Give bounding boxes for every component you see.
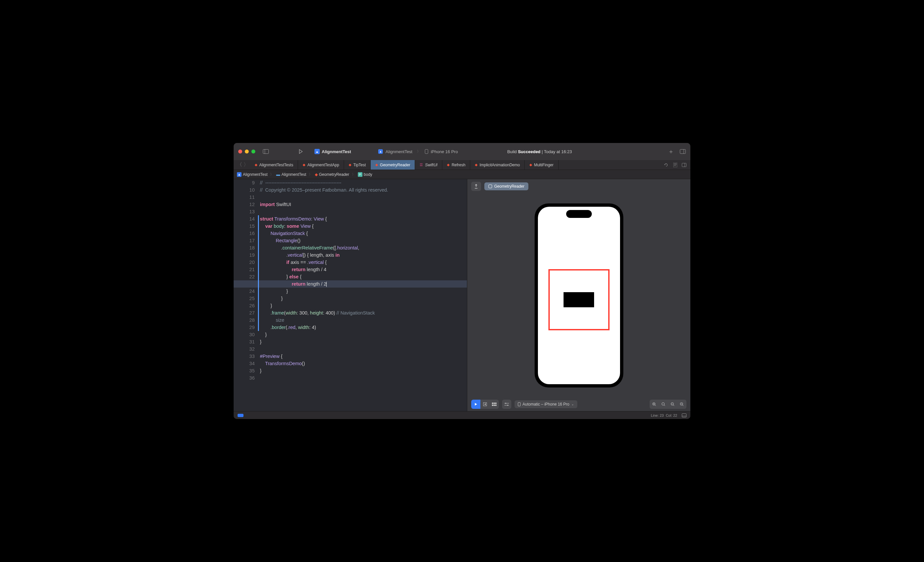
- tab-tiptest[interactable]: ◆TipTest: [344, 160, 370, 170]
- code-line[interactable]: .containerRelativeFrame([.horizontal,: [260, 244, 467, 251]
- preview-canvas[interactable]: [467, 194, 690, 397]
- code-line[interactable]: [260, 346, 467, 353]
- svg-rect-2: [425, 150, 428, 154]
- tab-refresh[interactable]: ◆Refresh: [442, 160, 470, 170]
- tab-geometryreader[interactable]: ◆GeometryReader: [370, 160, 415, 170]
- tab-alignmenttestapp[interactable]: ◆AlignmentTestApp: [298, 160, 344, 170]
- chevron-right-icon: 〉: [417, 149, 420, 154]
- maximize-button[interactable]: [251, 150, 255, 153]
- titlebar: ▲ AlignmentTest ▲ AlignmentTest 〉 iPhone…: [234, 143, 690, 160]
- code-line[interactable]: size: [260, 317, 467, 324]
- swift-icon: ◆: [255, 163, 257, 167]
- library-toggle-icon[interactable]: [680, 149, 686, 154]
- zoom-actual-button[interactable]: 1: [668, 400, 677, 409]
- device-settings-button[interactable]: [502, 400, 511, 409]
- code-editor[interactable]: 9101112131415161718192021222324252627282…: [234, 179, 467, 411]
- pin-button[interactable]: [471, 182, 481, 191]
- sidebar-toggle-icon[interactable]: [261, 148, 270, 155]
- build-time: Today at 16:23: [544, 149, 572, 154]
- zoom-controls: 1: [650, 400, 686, 409]
- chevron-icon: 〉: [352, 172, 355, 177]
- code-line[interactable]: }: [260, 338, 467, 346]
- code-line[interactable]: }: [260, 302, 467, 309]
- code-line[interactable]: .border(.red, width: 4): [260, 324, 467, 331]
- svg-rect-3: [680, 150, 686, 154]
- svg-line-35: [673, 405, 674, 406]
- tab-implicitanimationdemo[interactable]: ◆ImplicitAnimationDemo: [470, 160, 525, 170]
- build-prefix: Build: [507, 149, 518, 154]
- tab-label: GeometryReader: [380, 163, 410, 167]
- code-line[interactable]: }: [260, 367, 467, 374]
- code-line[interactable]: // -------------------------------------…: [260, 179, 467, 186]
- code-line[interactable]: NavigationStack {: [260, 230, 467, 237]
- svg-rect-0: [263, 150, 269, 154]
- bc-file: GeometryReader: [319, 172, 349, 177]
- code-line[interactable]: }: [260, 288, 467, 295]
- add-button[interactable]: ＋: [668, 147, 674, 155]
- breadcrumb[interactable]: ▲ AlignmentTest 〉 ▬ AlignmentTest 〉 ◆ Ge…: [234, 170, 690, 179]
- cursor-position: Line: 23 Col: 22: [651, 413, 677, 418]
- xcode-window: ▲ AlignmentTest ▲ AlignmentTest 〉 iPhone…: [234, 143, 690, 419]
- code-line[interactable]: [260, 194, 467, 201]
- preview-mode-group: [471, 400, 499, 409]
- zoom-in-button[interactable]: [650, 400, 659, 409]
- svg-rect-20: [492, 404, 493, 406]
- code-line[interactable]: .frame(width: 300, height: 400) // Navig…: [260, 309, 467, 317]
- code-line[interactable]: [260, 208, 467, 215]
- minimap-icon[interactable]: [673, 163, 677, 167]
- tab-label: AlignmentTestApp: [307, 163, 339, 167]
- code-line[interactable]: // Copyright © 2025–present Fatbobman. A…: [260, 186, 467, 194]
- code-line[interactable]: return length / 2: [260, 280, 467, 288]
- nav-forward-icon[interactable]: 〉: [243, 161, 249, 168]
- code-line[interactable]: #Preview {: [260, 353, 467, 360]
- svg-rect-9: [673, 163, 677, 167]
- code-line[interactable]: .vertical]) { length, axis in: [260, 251, 467, 258]
- project-icon: ▲: [237, 172, 242, 177]
- code-line[interactable]: if axis == .vertical {: [260, 258, 467, 266]
- code-line[interactable]: import SwiftUI: [260, 201, 467, 208]
- swift-icon: ◆: [349, 163, 351, 167]
- folder-icon: ▬: [276, 172, 280, 177]
- svg-point-32: [662, 403, 664, 405]
- code-line[interactable]: Rectangle(): [260, 237, 467, 244]
- refresh-icon[interactable]: [664, 163, 669, 167]
- debug-area-toggle-icon[interactable]: [682, 413, 686, 418]
- tab-alignmenttesttests[interactable]: ◆AlignmentTestTests: [250, 160, 298, 170]
- tab-swiftui[interactable]: ☰SwiftUI: [415, 160, 442, 170]
- preview-bottom-bar: Automatic – iPhone 16 Pro ⌄ 1: [467, 397, 690, 411]
- zoom-out-button[interactable]: [677, 400, 686, 409]
- code-line[interactable]: }: [260, 331, 467, 338]
- run-destination[interactable]: ▲ AlignmentTest 〉 iPhone 16 Pro: [378, 149, 458, 154]
- svg-rect-15: [489, 185, 492, 188]
- preview-device-selector[interactable]: Automatic – iPhone 16 Pro ⌄: [514, 400, 578, 408]
- code-line[interactable]: }: [260, 295, 467, 302]
- tab-multifinger[interactable]: ◆MultiFinger: [525, 160, 558, 170]
- scheme-selector[interactable]: ▲ AlignmentTest: [315, 149, 351, 154]
- nav-back-icon[interactable]: 〈: [237, 161, 242, 168]
- build-status[interactable]: Build Succeeded | Today at 16:23: [507, 149, 572, 154]
- phone-side-button: [534, 271, 535, 286]
- code-line[interactable]: return length / 4: [260, 266, 467, 273]
- close-button[interactable]: [238, 150, 242, 153]
- status-indicator[interactable]: [238, 414, 243, 417]
- preview-chip[interactable]: GeometryReader: [484, 182, 528, 190]
- code-line[interactable]: var body: some View {: [260, 222, 467, 230]
- minimize-button[interactable]: [245, 150, 249, 153]
- swift-icon: ◆: [530, 163, 532, 167]
- adjust-editor-icon[interactable]: [682, 163, 686, 167]
- code-line[interactable]: TransformsDemo(): [260, 360, 467, 367]
- selectable-preview-button[interactable]: [480, 400, 490, 409]
- code-line[interactable]: } else {: [260, 273, 467, 280]
- rectangle-view: [564, 292, 594, 307]
- code-line[interactable]: struct TransformsDemo: View {: [260, 215, 467, 222]
- code-line[interactable]: [260, 374, 467, 382]
- variants-preview-button[interactable]: [490, 400, 499, 409]
- run-button[interactable]: [296, 148, 305, 155]
- main-split: 9101112131415161718192021222324252627282…: [234, 179, 690, 411]
- tab-label: TipTest: [353, 163, 366, 167]
- line-gutter: 9101112131415161718192021222324252627282…: [234, 179, 257, 411]
- code-content[interactable]: // -------------------------------------…: [257, 179, 467, 411]
- zoom-fit-button[interactable]: [659, 400, 668, 409]
- live-preview-button[interactable]: [471, 400, 480, 409]
- svg-rect-13: [682, 163, 686, 167]
